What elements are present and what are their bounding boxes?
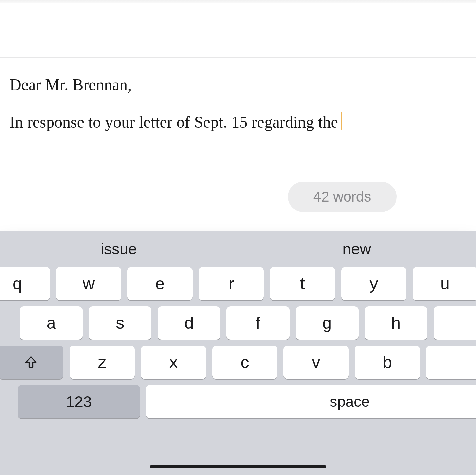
key-t[interactable]: t bbox=[270, 267, 335, 300]
suggestion-right[interactable]: new bbox=[238, 231, 476, 267]
keyboard-row-4: 123 space bbox=[0, 385, 476, 424]
key-s[interactable]: s bbox=[89, 306, 151, 340]
toolbar-area bbox=[0, 3, 476, 58]
document-editor[interactable]: Dear Mr. Brennan, In response to your le… bbox=[10, 73, 466, 134]
key-space[interactable]: space bbox=[146, 385, 476, 418]
key-d[interactable]: d bbox=[158, 306, 220, 340]
key-r[interactable]: r bbox=[199, 267, 264, 300]
key-h[interactable]: h bbox=[365, 306, 427, 340]
text-line-1: Dear Mr. Brennan, bbox=[10, 76, 132, 94]
status-bar-hairline bbox=[0, 0, 476, 3]
keyboard-row-2: a s d f g h bbox=[20, 306, 476, 346]
key-z[interactable]: z bbox=[70, 346, 135, 379]
key-n-partial[interactable] bbox=[426, 346, 476, 379]
key-y[interactable]: y bbox=[341, 267, 406, 300]
key-f[interactable]: f bbox=[226, 306, 289, 340]
home-indicator[interactable] bbox=[150, 466, 326, 468]
onscreen-keyboard: issue new q w e r t y u a s d f g h z x … bbox=[0, 231, 476, 475]
key-w[interactable]: w bbox=[56, 267, 121, 300]
suggestion-left[interactable]: issue bbox=[0, 231, 238, 267]
keyboard-row-3: z x c v b bbox=[0, 346, 476, 385]
key-v[interactable]: v bbox=[283, 346, 349, 379]
key-e[interactable]: e bbox=[127, 267, 193, 300]
text-cursor bbox=[341, 112, 342, 130]
key-g[interactable]: g bbox=[296, 306, 359, 340]
word-count-badge[interactable]: 42 words bbox=[288, 182, 397, 212]
key-c[interactable]: c bbox=[212, 346, 277, 379]
key-x[interactable]: x bbox=[141, 346, 206, 379]
paragraph-1: Dear Mr. Brennan, bbox=[10, 73, 466, 97]
key-b[interactable]: b bbox=[355, 346, 420, 379]
shift-icon bbox=[23, 355, 38, 370]
text-line-2: In response to your letter of Sept. 15 r… bbox=[10, 113, 338, 131]
key-j-partial[interactable] bbox=[434, 306, 476, 340]
paragraph-2: In response to your letter of Sept. 15 r… bbox=[10, 110, 466, 134]
key-shift[interactable] bbox=[0, 346, 63, 379]
key-q[interactable]: q bbox=[0, 267, 50, 300]
key-a[interactable]: a bbox=[20, 306, 83, 340]
keyboard-row-1: q w e r t y u bbox=[0, 267, 476, 306]
word-count-label: 42 words bbox=[313, 189, 371, 205]
key-u[interactable]: u bbox=[413, 267, 476, 300]
key-numeric[interactable]: 123 bbox=[18, 385, 140, 418]
suggestion-bar: issue new bbox=[0, 231, 476, 267]
